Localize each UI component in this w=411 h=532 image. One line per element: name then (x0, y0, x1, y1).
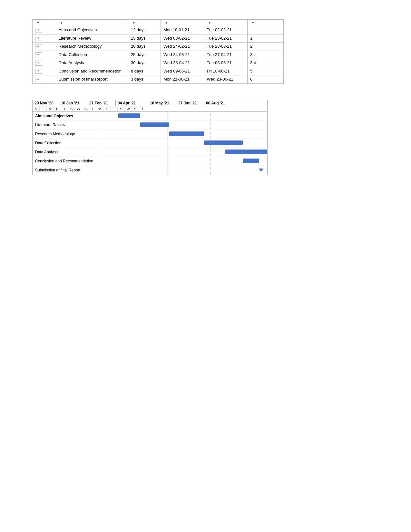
milestone-line (210, 112, 210, 175)
task-pred-cell: 1 (247, 34, 283, 43)
task-start-cell: Mon 18-01-21 (161, 26, 204, 34)
task-pred-cell: 2 (247, 43, 283, 51)
gantt-bar (118, 113, 140, 118)
bars-column (100, 112, 267, 175)
gantt-chart: 29 Nov '2010 Jan '2121 Feb '2104 Apr '21… (32, 100, 268, 175)
duration-dropdown-icon[interactable]: ▼ (132, 21, 135, 24)
period-header-cell: 04 Apr '21 (116, 100, 148, 106)
task-mode-dropdown-icon[interactable]: ▼ (36, 21, 40, 24)
period-header-cell: 10 Jan '21 (59, 100, 87, 106)
task-name-cell: Aims and Objectives (56, 26, 128, 34)
gantt-body: Aims and ObjectivesLiterature ReviewRese… (33, 112, 267, 175)
gantt-bar (140, 122, 169, 127)
task-mode-cell (33, 51, 56, 59)
task-name-cell: Data Collection (56, 51, 128, 59)
gantt-task-label: Conclusion and Recommendetion (33, 157, 100, 166)
gantt-bar-row (100, 121, 267, 130)
day-cell: M (96, 106, 103, 111)
task-mode-icon (35, 77, 42, 82)
period-header-cell: 29 Nov '20 (33, 100, 59, 106)
task-duration-cell: 8 days (128, 67, 161, 75)
task-name-cell: Literature Review (56, 34, 128, 43)
task-pred-cell: 3,4 (247, 59, 283, 67)
task-mode-icon (35, 52, 42, 57)
period-header-cell: 08 Aug '21 (204, 100, 229, 106)
day-cell: T (40, 106, 47, 111)
gantt-table: ▼ ▼ ▼ (32, 19, 284, 84)
table-row: Conclusion and Recommendetion8 daysWed 0… (33, 67, 284, 75)
table-row: Research Methodology20 daysWed 24-02-21T… (33, 43, 284, 51)
task-mode-cell (33, 67, 56, 75)
gantt-task-label: Aims and Objectives (33, 112, 100, 121)
task-pred-cell: 6 (247, 75, 283, 84)
task-finish-cell: Tue 08-06-21 (204, 59, 248, 67)
task-mode-icon (35, 61, 42, 66)
task-pred-cell: 3 (247, 51, 283, 59)
day-cell: S (82, 106, 89, 111)
gantt-task-label: Data Collection (33, 139, 100, 148)
day-cell: M (47, 106, 54, 111)
task-name-cell: Conclusion and Recommendetion (56, 67, 128, 75)
table-row: Literature Review15 daysWed 03-02-21Tue … (33, 34, 284, 43)
gantt-milestone (259, 169, 263, 172)
gantt-bar (243, 159, 259, 163)
gantt-bar (169, 131, 204, 136)
col-header-start[interactable]: ▼ (161, 20, 204, 26)
task-labels-column: Aims and ObjectivesLiterature ReviewRese… (33, 112, 100, 175)
gantt-bar-row (100, 166, 267, 175)
gantt-task-label: Submission of final Report (33, 166, 100, 175)
task-start-cell: Mon 21-06-21 (161, 75, 204, 84)
task-mode-cell (33, 75, 56, 84)
gantt-bar-row (100, 130, 267, 139)
day-cell: T (111, 106, 118, 111)
period-header-cell: 21 Feb '21 (87, 100, 116, 106)
task-name-cell: Data Analysis (56, 59, 128, 67)
day-cell: S (68, 106, 75, 111)
gantt-task-label: Literature Review (33, 121, 100, 130)
col-header-task-mode[interactable]: ▼ (33, 20, 56, 26)
task-finish-cell: Wed 23-06-21 (204, 75, 248, 84)
task-start-cell: Wed 03-02-21 (161, 34, 204, 43)
task-name-dropdown-icon[interactable]: ▼ (60, 21, 63, 24)
task-mode-cell (33, 34, 56, 43)
task-name-cell: Research Methodology (56, 43, 128, 51)
day-cell: S (33, 106, 40, 111)
period-header: 29 Nov '2010 Jan '2121 Feb '2104 Apr '21… (33, 100, 267, 106)
chart-section: 29 Nov '2010 Jan '2121 Feb '2104 Apr '21… (19, 100, 398, 175)
task-finish-cell: Tue 27-04-21 (204, 51, 248, 59)
col-header-predecessors[interactable]: ▼ (247, 20, 283, 26)
gantt-bar-row (100, 112, 267, 121)
task-mode-cell (33, 59, 56, 67)
pred-dropdown-icon[interactable]: ▼ (251, 21, 255, 24)
task-name-cell: Submission of final Report (56, 75, 128, 84)
day-cell: T (89, 106, 96, 111)
task-start-cell: Wed 24-03-21 (161, 51, 204, 59)
col-header-finish[interactable]: ▼ (204, 20, 248, 26)
task-mode-cell (33, 43, 56, 51)
task-duration-cell: 30 days (128, 59, 161, 67)
day-cell: F (103, 106, 111, 111)
task-mode-icon (35, 44, 42, 49)
task-start-cell: Wed 24-02-21 (161, 43, 204, 51)
finish-dropdown-icon[interactable]: ▼ (208, 21, 211, 24)
task-duration-cell: 15 days (128, 34, 161, 43)
gantt-task-label: Data Analysis (33, 148, 100, 157)
days-header: STMFTSWSTMFTSWST (33, 106, 267, 112)
day-cell: T (61, 106, 68, 111)
day-cell: F (54, 106, 61, 111)
gantt-bar (225, 150, 267, 154)
start-dropdown-icon[interactable]: ▼ (165, 21, 168, 24)
task-duration-cell: 20 days (128, 43, 161, 51)
task-mode-cell (33, 26, 56, 34)
day-cell: T (139, 106, 146, 111)
task-start-cell: Wed 09-06-21 (161, 67, 204, 75)
col-header-task-name[interactable]: ▼ (56, 20, 128, 26)
col-header-duration[interactable]: ▼ (128, 20, 161, 26)
table-row: Submission of final Report3 daysMon 21-0… (33, 75, 284, 84)
task-finish-cell: Tue 23-02-21 (204, 34, 248, 43)
gantt-task-label: Research Methodology (33, 130, 100, 139)
gantt-bar-row (100, 157, 267, 166)
task-duration-cell: 3 days (128, 75, 161, 84)
day-cell: W (125, 106, 132, 111)
period-header-cell: 16 May '21 (148, 100, 176, 106)
